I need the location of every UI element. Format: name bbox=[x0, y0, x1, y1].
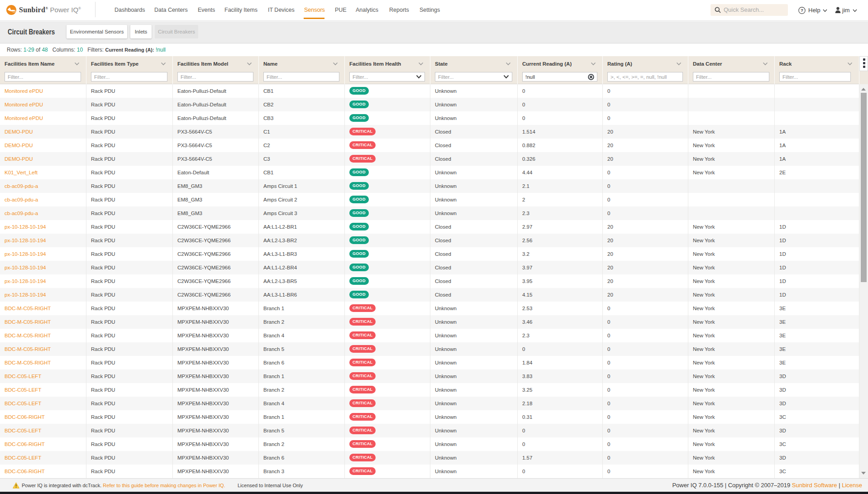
svg-text:?: ? bbox=[801, 8, 803, 13]
